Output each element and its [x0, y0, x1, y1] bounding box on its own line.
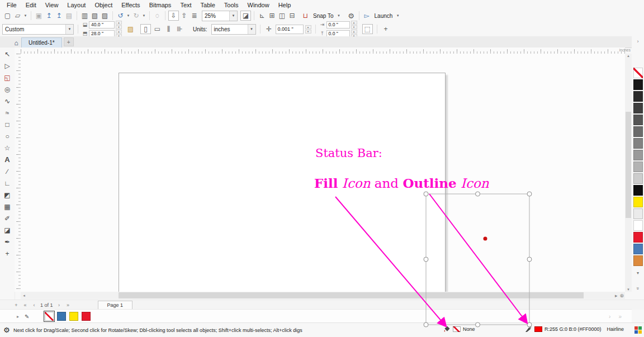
palette-swatch[interactable]	[633, 185, 643, 196]
doc-swatch[interactable]	[69, 312, 78, 321]
pan-icon[interactable]: ◪	[240, 11, 251, 21]
doc-swatch[interactable]	[82, 312, 91, 321]
artistic-media-tool[interactable]: ≈	[1, 107, 13, 118]
zoom-tool[interactable]: ◎	[1, 83, 13, 95]
document-tab[interactable]: Untitled-1*	[21, 37, 62, 48]
publish-pdf-icon[interactable]: ⇧	[179, 11, 189, 21]
import-icon[interactable]: ↥	[44, 11, 54, 21]
more-tools-button[interactable]: +	[1, 248, 13, 259]
undo-caret-icon[interactable]: ▼	[126, 14, 131, 17]
new-document-icon[interactable]: ▢	[3, 11, 12, 21]
menu-effects[interactable]: Effects	[117, 1, 144, 9]
new-tab-button[interactable]: +	[64, 37, 74, 46]
landscape-icon[interactable]: ▭	[153, 24, 162, 34]
palette-flyout-icon[interactable]: ›	[637, 36, 639, 46]
nudge-field[interactable]: 0.001 "	[276, 25, 304, 34]
palette-swatch[interactable]	[633, 244, 643, 254]
autofit-page-icon[interactable]: ▨	[126, 24, 135, 34]
paste-icon[interactable]: ▨	[100, 11, 110, 21]
page-tab[interactable]: Page 1	[98, 301, 133, 310]
status-outline-indicator[interactable]: R:255 G:0 B:0 (#FF0000) Hairline	[525, 325, 624, 333]
palette-swatch[interactable]	[633, 255, 643, 266]
palette-swatch[interactable]	[633, 220, 643, 231]
palette-scroll-down-icon[interactable]: ▾	[637, 270, 639, 276]
search-icon[interactable]: ◌	[153, 11, 162, 21]
horizontal-scrollbar[interactable]: ◂ ▸ ⊕	[21, 292, 625, 299]
doc-swatch[interactable]	[57, 312, 66, 321]
all-pages-icon[interactable]: ⫼	[164, 24, 173, 34]
duplicate-x-stepper[interactable]: ▲▼	[351, 21, 357, 29]
add-page-button[interactable]: +	[13, 302, 19, 308]
document-page[interactable]	[119, 73, 446, 292]
document-palette-expander-icon[interactable]: ▸	[17, 314, 19, 319]
connector-tool[interactable]: ∟	[1, 177, 13, 189]
first-page-icon[interactable]: «	[22, 302, 28, 308]
open-caret-icon[interactable]: ▼	[23, 14, 28, 17]
shape-tool[interactable]: ▷	[1, 60, 13, 72]
palette-swatch[interactable]	[633, 232, 643, 243]
snap-to-caret-icon[interactable]: ▼	[337, 14, 342, 17]
treat-as-filled-icon[interactable]: ⬚	[362, 24, 373, 34]
palette-swatch[interactable]	[633, 115, 643, 125]
status-fill-indicator[interactable]: None	[443, 325, 475, 333]
redo-icon[interactable]: ↻	[131, 11, 141, 21]
ellipse-tool[interactable]: ○	[1, 130, 13, 142]
open-icon[interactable]: ▱	[13, 11, 22, 21]
menu-layout[interactable]: Layout	[63, 1, 90, 9]
drawing-canvas[interactable]	[21, 54, 625, 292]
scroll-up-icon[interactable]: ▲	[625, 54, 632, 58]
document-palette-eyedropper-icon[interactable]: ✎	[25, 314, 29, 320]
pick-tool[interactable]: ↖	[1, 48, 13, 60]
palette-swatch[interactable]	[633, 150, 643, 160]
crop-tool[interactable]: ◱	[1, 72, 13, 83]
options-gear-icon[interactable]: ⚙	[347, 11, 356, 21]
launch-caret-icon[interactable]: ▼	[395, 14, 400, 17]
page-sorter-icon[interactable]: ≣	[190, 11, 199, 21]
menu-bitmaps[interactable]: Bitmaps	[145, 1, 176, 9]
doc-palette-scroll-icon[interactable]: ›	[609, 314, 610, 320]
menu-edit[interactable]: Edit	[21, 1, 41, 9]
page-preset-caret-icon[interactable]: ▼	[65, 25, 73, 34]
duplicate-x-field[interactable]: 0.0 "	[326, 21, 350, 29]
menu-object[interactable]: Object	[90, 1, 117, 9]
menu-tools[interactable]: Tools	[220, 1, 243, 9]
palette-swatch[interactable]	[633, 103, 643, 113]
propbar-add-icon[interactable]: +	[381, 24, 391, 34]
current-page-icon[interactable]: ⊪	[175, 24, 184, 34]
doc-palette-expand-icon[interactable]: »	[618, 314, 622, 320]
menu-help[interactable]: Help	[274, 1, 296, 9]
zoom-combo-caret-icon[interactable]: ▼	[229, 11, 237, 21]
home-icon[interactable]: ⌂	[11, 38, 21, 48]
status-gear-icon[interactable]: ⚙	[3, 326, 10, 334]
menu-table[interactable]: Table	[196, 1, 220, 9]
freehand-tool[interactable]: ∿	[1, 95, 13, 107]
snap-magnet-icon[interactable]: ⊔	[301, 11, 310, 21]
show-grid-icon[interactable]: ⊞	[267, 11, 277, 21]
portrait-icon[interactable]: ▯	[140, 24, 151, 34]
next-page-icon[interactable]: ›	[56, 302, 62, 308]
page-preset-combo[interactable]: Custom ▼	[2, 24, 74, 35]
snap-page-icon[interactable]: ⊟	[287, 11, 297, 21]
export-icon[interactable]: ↥	[54, 11, 64, 21]
scroll-down-icon[interactable]: ▼	[625, 288, 632, 291]
show-guidelines-icon[interactable]: ◫	[277, 11, 287, 21]
copy-icon[interactable]: ▧	[90, 11, 100, 21]
menu-view[interactable]: View	[41, 1, 63, 9]
vertical-scrollbar[interactable]: ▲ ▼	[625, 54, 632, 292]
menu-window[interactable]: Window	[243, 1, 274, 9]
zoom-fit-icon[interactable]: ⊕	[619, 293, 624, 298]
show-rulers-icon[interactable]: ⊾	[257, 11, 267, 21]
palette-swatch-none[interactable]	[633, 68, 643, 78]
palette-swatch[interactable]	[633, 79, 643, 90]
interactive-fill-tool[interactable]: ◩	[1, 189, 13, 201]
scroll-left-icon[interactable]: ◂	[21, 293, 27, 298]
undo-icon[interactable]: ↺	[116, 11, 125, 21]
horizontal-scroll-thumb[interactable]	[119, 292, 584, 298]
doc-swatch-none[interactable]	[45, 312, 54, 321]
palette-swatch[interactable]	[633, 91, 643, 102]
eyedropper-tool[interactable]: ✐	[1, 212, 13, 224]
palette-expand-icon[interactable]: »	[635, 287, 641, 289]
mesh-fill-tool[interactable]: ▦	[1, 201, 13, 212]
palette-swatch[interactable]	[633, 208, 643, 219]
save-icon[interactable]: ▣	[34, 11, 44, 21]
